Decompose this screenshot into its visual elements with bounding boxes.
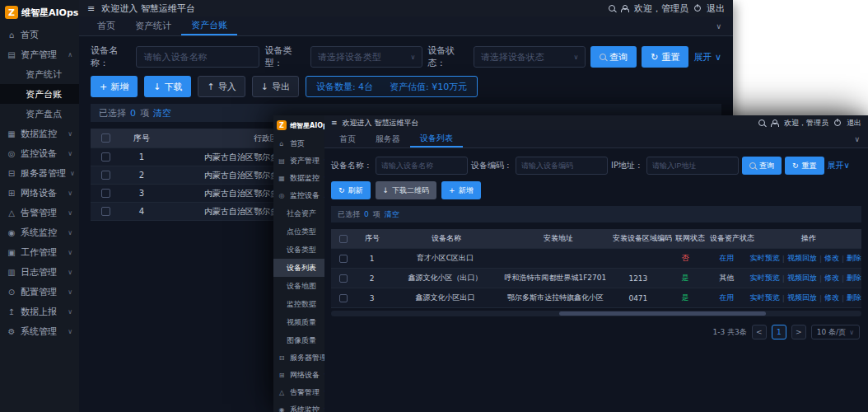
user-name[interactable]: 欢迎，管理员 (634, 2, 688, 15)
device-status-select[interactable]: 请选择设备状态∨ (474, 46, 586, 68)
sidebar-item-system-monitor[interactable]: ◉系统监控∨ (273, 401, 324, 412)
tabs-collapse-icon[interactable]: ∨ (716, 16, 725, 35)
row-checkbox[interactable] (101, 189, 110, 198)
sidebar-item-system-monitor[interactable]: ◉系统监控∨ (0, 222, 79, 242)
add-button[interactable]: +新增 (441, 181, 481, 199)
select-all-checkbox[interactable] (101, 133, 110, 143)
sidebar-item-asset-mgmt[interactable]: ▤资产管理∨ (273, 152, 324, 170)
device-name-input[interactable] (376, 157, 468, 175)
hamburger-icon[interactable]: ≡ (87, 3, 95, 14)
edit-link[interactable]: 修改 (824, 273, 839, 283)
row-checkbox[interactable] (339, 274, 348, 283)
sidebar-item-home[interactable]: ⌂首页 (273, 135, 324, 152)
tab-device-list[interactable]: 设备列表 (410, 130, 463, 147)
search-icon[interactable] (609, 5, 615, 12)
edit-link[interactable]: 修改 (824, 293, 839, 303)
sidebar-item-asset-ledger[interactable]: 资产台账 (0, 84, 79, 104)
device-type-select[interactable]: 请选择设备类型∨ (310, 46, 423, 68)
sidebar-item-asset-stats[interactable]: 资产统计 (0, 64, 79, 84)
playback-link[interactable]: 视频回放 (787, 273, 817, 283)
search-icon[interactable] (758, 119, 765, 126)
row-checkbox[interactable] (339, 294, 348, 302)
refresh-button[interactable]: ↻刷新 (331, 181, 371, 199)
sidebar-item-log-mgmt[interactable]: ▥日志管理∨ (0, 262, 79, 282)
sidebar-item-system-mgmt[interactable]: ⚙系统管理∨ (0, 321, 79, 341)
add-button[interactable]: +新增 (91, 76, 138, 97)
tab-asset-stats[interactable]: 资产统计 (125, 16, 181, 35)
live-preview-link[interactable]: 实时预览 (750, 273, 780, 283)
clear-selection-link[interactable]: 清空 (385, 209, 399, 220)
row-checkbox[interactable] (339, 255, 348, 263)
sidebar-item-monitor-data[interactable]: 监控数据 (273, 295, 324, 313)
prev-page-button[interactable]: < (752, 325, 767, 339)
sidebar-item-network-devices[interactable]: ⊞网络设备∨ (273, 367, 324, 384)
search-button[interactable]: 查询 (742, 157, 782, 175)
sidebar-item-network-devices[interactable]: ⊞网络设备∨ (0, 183, 79, 203)
row-checkbox[interactable] (101, 171, 110, 180)
sidebar-item-monitor-devices[interactable]: ◎监控设备∧ (273, 187, 324, 204)
device-code-input[interactable] (516, 157, 608, 175)
sidebar-item-asset-inventory[interactable]: 资产盘点 (0, 104, 79, 124)
sidebar-item-home[interactable]: ⌂首页 (0, 25, 79, 44)
device-name-input[interactable] (136, 46, 259, 68)
delete-link[interactable]: 删除 (847, 293, 861, 303)
horizontal-scrollbar[interactable] (331, 311, 861, 316)
sidebar-item-work-mgmt[interactable]: ▣工作管理∨ (0, 242, 79, 262)
next-page-button[interactable]: > (791, 325, 806, 339)
sidebar-item-video-quality[interactable]: 视频质量 (273, 313, 324, 331)
edit-link[interactable]: 修改 (824, 253, 839, 264)
logout-text[interactable]: 退出 (847, 118, 861, 129)
sidebar-item-data-report[interactable]: ↥数据上报∨ (0, 302, 79, 321)
row-checkbox[interactable] (101, 152, 110, 162)
reset-button[interactable]: ↻重置 (642, 46, 688, 68)
sidebar-item-data-monitor[interactable]: ▦数据监控∨ (0, 124, 79, 143)
table-row[interactable]: 3 鑫源文化小区出口 鄂尔多斯市达拉特旗鑫化小区 0471 是 在用 实时预览|… (331, 288, 861, 308)
tab-home[interactable]: 首页 (329, 130, 366, 147)
expand-toggle[interactable]: 展开 ∨ (693, 51, 721, 63)
playback-link[interactable]: 视频回放 (787, 293, 817, 303)
live-preview-link[interactable]: 实时预览 (750, 293, 780, 303)
logout-icon[interactable] (694, 5, 701, 12)
scrollbar-thumb[interactable] (559, 311, 766, 316)
sidebar-item-alarm-mgmt[interactable]: △告警管理∨ (0, 203, 79, 222)
logout-text[interactable]: 退出 (707, 2, 725, 15)
playback-link[interactable]: 视频回放 (787, 253, 817, 264)
sidebar-item-server-mgmt[interactable]: ⊟服务器管理∨ (0, 163, 79, 183)
delete-link[interactable]: 删除 (847, 273, 861, 283)
tab-server[interactable]: 服务器 (366, 130, 410, 147)
sidebar-item-device-map[interactable]: 设备地图 (273, 277, 324, 295)
download-qrcode-button[interactable]: ↓下载二维码 (376, 181, 437, 199)
page-size-select[interactable]: 10 条/页∨ (811, 325, 860, 339)
tab-asset-ledger[interactable]: 资产台账 (181, 16, 237, 35)
download-button[interactable]: ↓下载 (144, 76, 191, 97)
select-all-checkbox[interactable] (339, 235, 348, 243)
sidebar-item-data-monitor[interactable]: ▦数据监控∨ (273, 170, 324, 187)
sidebar-item-social-assets[interactable]: 社会资产 (273, 204, 324, 222)
clear-selection-link[interactable]: 清空 (153, 107, 171, 119)
logout-icon[interactable] (834, 119, 841, 126)
expand-toggle[interactable]: 展开∨ (828, 160, 850, 171)
reset-button[interactable]: ↻重置 (785, 157, 824, 175)
user-name[interactable]: 欢迎，管理员 (784, 118, 828, 129)
delete-link[interactable]: 删除 (847, 253, 861, 264)
sidebar-item-image-quality[interactable]: 图像质量 (273, 331, 324, 349)
ip-input[interactable] (646, 157, 739, 175)
tabs-collapse-icon[interactable]: ∨ (854, 130, 863, 147)
sidebar-item-server-mgmt[interactable]: ⊟服务器管理∨ (273, 349, 324, 367)
table-row[interactable]: 2 鑫源文化小区（出口） 呼和浩特市闻都世界城1F2701 1213 是 其他 … (331, 269, 861, 288)
live-preview-link[interactable]: 实时预览 (750, 253, 780, 264)
sidebar-item-monitor-devices[interactable]: ◎监控设备∨ (0, 143, 79, 163)
sidebar-item-config-mgmt[interactable]: ⊙配置管理∨ (0, 282, 79, 302)
search-button[interactable]: 查询 (590, 46, 637, 68)
sidebar-item-device-types[interactable]: 设备类型 (273, 241, 324, 259)
row-checkbox[interactable] (101, 207, 110, 216)
sidebar-item-alarm-mgmt[interactable]: △告警管理∨ (273, 384, 324, 401)
export-button[interactable]: ↓导出 (252, 76, 299, 97)
tab-home[interactable]: 首页 (87, 16, 125, 35)
table-row[interactable]: 1 育才小区C区出口 否 在用 实时预览|视频回放|修改|删除 (331, 249, 861, 269)
import-button[interactable]: ↑导入 (198, 76, 245, 97)
hamburger-icon[interactable]: ≡ (331, 119, 338, 127)
current-page-button[interactable]: 1 (772, 325, 786, 339)
sidebar-item-asset-mgmt[interactable]: ▤资产管理∧ (0, 44, 79, 64)
sidebar-item-device-list[interactable]: 设备列表 (273, 259, 324, 277)
